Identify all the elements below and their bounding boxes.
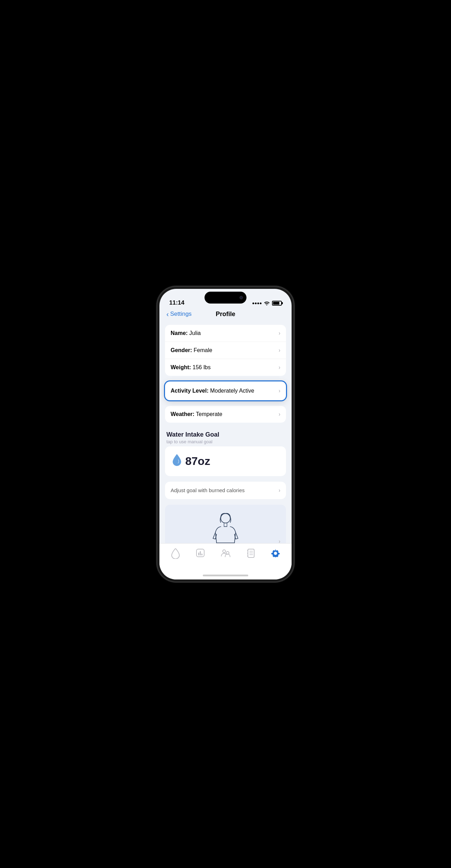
name-row[interactable]: Name: Julia ›: [165, 325, 286, 342]
wifi-icon: [264, 300, 270, 306]
body-figure-card[interactable]: ›: [165, 505, 286, 543]
page-title: Profile: [216, 311, 235, 318]
camera-dot: [239, 296, 243, 299]
status-time: 11:14: [169, 299, 184, 306]
weight-label: Weight: 156 lbs: [171, 364, 210, 371]
home-indicator: [159, 572, 292, 579]
name-label: Name: Julia: [171, 330, 201, 336]
activity-level-label: Activity Level: Moderately Active: [171, 388, 254, 394]
stats-tab-icon: [196, 548, 205, 557]
nav-bar: ‹ Settings Profile: [159, 309, 292, 322]
water-goal-card[interactable]: 87oz: [165, 446, 286, 476]
gender-label: Gender: Female: [171, 347, 212, 353]
tab-profile[interactable]: [213, 547, 238, 557]
activity-level-row[interactable]: Activity Level: Moderately Active ›: [165, 381, 286, 400]
phone-frame: 11:14: [157, 287, 294, 582]
svg-point-5: [223, 550, 226, 553]
svg-rect-7: [248, 549, 254, 557]
weight-chevron-icon: ›: [279, 364, 280, 371]
adjust-goal-card[interactable]: Adjust goal with burned calories ›: [165, 482, 286, 499]
adjust-goal-label: Adjust goal with burned calories: [171, 487, 245, 493]
gender-row[interactable]: Gender: Female ›: [165, 342, 286, 359]
journal-tab-icon: [246, 548, 255, 558]
dynamic-island: [205, 292, 246, 304]
svg-point-15: [274, 552, 277, 555]
status-icons: [252, 300, 282, 306]
home-bar: [203, 575, 248, 576]
gender-chevron-icon: ›: [279, 347, 280, 353]
weather-card: Weather: Temperate ›: [165, 406, 286, 423]
profile-tab-icon: [221, 548, 230, 557]
water-drop-icon: [172, 454, 182, 468]
female-body-svg: [205, 512, 246, 543]
water-amount: 87oz: [185, 455, 210, 468]
signal-icon: [252, 302, 262, 304]
profile-info-card: Name: Julia › Gender: Female › Weight: 1…: [165, 325, 286, 376]
weather-row[interactable]: Weather: Temperate ›: [165, 406, 286, 423]
svg-rect-4: [201, 554, 202, 555]
activity-level-chevron-icon: ›: [279, 388, 280, 394]
tab-bar: [159, 543, 292, 572]
back-button[interactable]: ‹ Settings: [166, 310, 192, 318]
battery-icon: [272, 301, 282, 306]
back-chevron-icon: ‹: [166, 310, 169, 318]
tab-water[interactable]: [163, 547, 188, 559]
back-label: Settings: [170, 311, 192, 318]
phone-screen: 11:14: [159, 289, 292, 579]
tab-settings[interactable]: [263, 547, 288, 558]
svg-rect-2: [198, 553, 199, 555]
scroll-content[interactable]: Name: Julia › Gender: Female › Weight: 1…: [159, 322, 292, 543]
svg-point-0: [221, 513, 230, 523]
name-chevron-icon: ›: [279, 330, 280, 336]
water-intake-title: Water Intake Goal: [166, 431, 285, 438]
tab-journal[interactable]: [238, 547, 263, 558]
water-intake-subtitle: tap to use manual goal: [166, 439, 285, 444]
water-tab-icon: [171, 548, 180, 559]
adjust-goal-chevron-icon: ›: [279, 487, 280, 494]
tab-stats[interactable]: [188, 547, 213, 557]
weather-label: Weather: Temperate: [171, 411, 222, 417]
settings-tab-icon: [271, 548, 280, 558]
body-figure: [171, 512, 280, 543]
svg-rect-3: [200, 551, 201, 555]
weight-row[interactable]: Weight: 156 lbs ›: [165, 359, 286, 376]
body-card-chevron-icon: ›: [279, 538, 280, 543]
weather-chevron-icon: ›: [279, 411, 280, 417]
water-intake-section-header: Water Intake Goal tap to use manual goal: [165, 428, 286, 446]
